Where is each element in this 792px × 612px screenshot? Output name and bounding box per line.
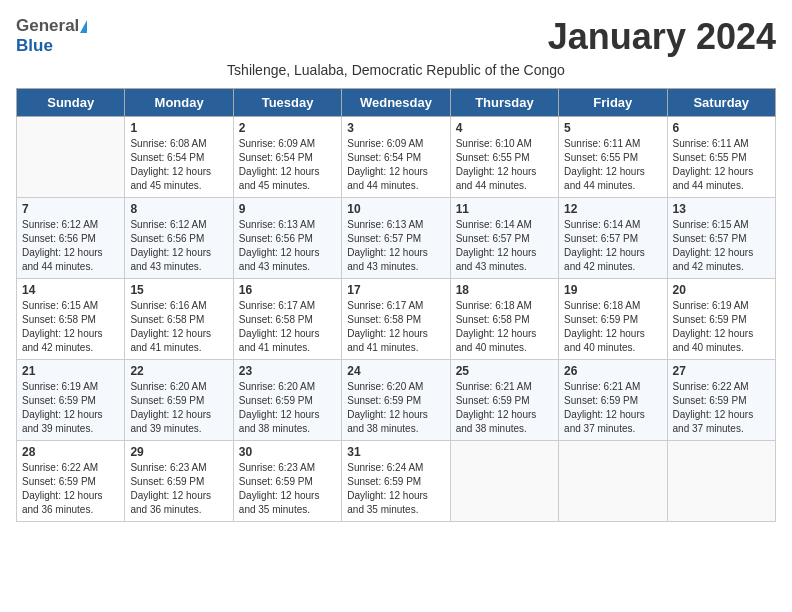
calendar-cell: 21Sunrise: 6:19 AMSunset: 6:59 PMDayligh…	[17, 360, 125, 441]
cell-info: Sunrise: 6:18 AMSunset: 6:59 PMDaylight:…	[564, 299, 661, 355]
calendar-cell: 16Sunrise: 6:17 AMSunset: 6:58 PMDayligh…	[233, 279, 341, 360]
cell-info: Sunrise: 6:18 AMSunset: 6:58 PMDaylight:…	[456, 299, 553, 355]
day-number: 22	[130, 364, 227, 378]
calendar-cell: 1Sunrise: 6:08 AMSunset: 6:54 PMDaylight…	[125, 117, 233, 198]
cell-info: Sunrise: 6:21 AMSunset: 6:59 PMDaylight:…	[564, 380, 661, 436]
cell-info: Sunrise: 6:22 AMSunset: 6:59 PMDaylight:…	[673, 380, 770, 436]
day-number: 7	[22, 202, 119, 216]
calendar-cell	[17, 117, 125, 198]
day-number: 13	[673, 202, 770, 216]
day-number: 19	[564, 283, 661, 297]
page-header: General Blue January 2024	[16, 16, 776, 58]
day-header-thursday: Thursday	[450, 89, 558, 117]
calendar-cell: 2Sunrise: 6:09 AMSunset: 6:54 PMDaylight…	[233, 117, 341, 198]
day-number: 23	[239, 364, 336, 378]
day-number: 18	[456, 283, 553, 297]
day-header-saturday: Saturday	[667, 89, 775, 117]
day-header-monday: Monday	[125, 89, 233, 117]
calendar-cell: 6Sunrise: 6:11 AMSunset: 6:55 PMDaylight…	[667, 117, 775, 198]
cell-info: Sunrise: 6:10 AMSunset: 6:55 PMDaylight:…	[456, 137, 553, 193]
calendar-cell: 19Sunrise: 6:18 AMSunset: 6:59 PMDayligh…	[559, 279, 667, 360]
cell-info: Sunrise: 6:11 AMSunset: 6:55 PMDaylight:…	[564, 137, 661, 193]
day-number: 10	[347, 202, 444, 216]
cell-info: Sunrise: 6:17 AMSunset: 6:58 PMDaylight:…	[347, 299, 444, 355]
cell-info: Sunrise: 6:24 AMSunset: 6:59 PMDaylight:…	[347, 461, 444, 517]
calendar-cell: 22Sunrise: 6:20 AMSunset: 6:59 PMDayligh…	[125, 360, 233, 441]
cell-info: Sunrise: 6:19 AMSunset: 6:59 PMDaylight:…	[22, 380, 119, 436]
day-number: 29	[130, 445, 227, 459]
month-title: January 2024	[548, 16, 776, 58]
cell-info: Sunrise: 6:17 AMSunset: 6:58 PMDaylight:…	[239, 299, 336, 355]
calendar-cell: 25Sunrise: 6:21 AMSunset: 6:59 PMDayligh…	[450, 360, 558, 441]
day-number: 12	[564, 202, 661, 216]
logo: General Blue	[16, 16, 87, 56]
calendar-cell: 3Sunrise: 6:09 AMSunset: 6:54 PMDaylight…	[342, 117, 450, 198]
days-header-row: SundayMondayTuesdayWednesdayThursdayFrid…	[17, 89, 776, 117]
day-number: 5	[564, 121, 661, 135]
cell-info: Sunrise: 6:12 AMSunset: 6:56 PMDaylight:…	[130, 218, 227, 274]
cell-info: Sunrise: 6:13 AMSunset: 6:57 PMDaylight:…	[347, 218, 444, 274]
day-number: 11	[456, 202, 553, 216]
day-header-wednesday: Wednesday	[342, 89, 450, 117]
calendar-cell: 28Sunrise: 6:22 AMSunset: 6:59 PMDayligh…	[17, 441, 125, 522]
calendar-cell: 11Sunrise: 6:14 AMSunset: 6:57 PMDayligh…	[450, 198, 558, 279]
calendar-cell: 7Sunrise: 6:12 AMSunset: 6:56 PMDaylight…	[17, 198, 125, 279]
day-header-friday: Friday	[559, 89, 667, 117]
cell-info: Sunrise: 6:19 AMSunset: 6:59 PMDaylight:…	[673, 299, 770, 355]
cell-info: Sunrise: 6:20 AMSunset: 6:59 PMDaylight:…	[130, 380, 227, 436]
day-number: 17	[347, 283, 444, 297]
cell-info: Sunrise: 6:22 AMSunset: 6:59 PMDaylight:…	[22, 461, 119, 517]
cell-info: Sunrise: 6:14 AMSunset: 6:57 PMDaylight:…	[564, 218, 661, 274]
day-number: 4	[456, 121, 553, 135]
cell-info: Sunrise: 6:13 AMSunset: 6:56 PMDaylight:…	[239, 218, 336, 274]
calendar-week-1: 1Sunrise: 6:08 AMSunset: 6:54 PMDaylight…	[17, 117, 776, 198]
calendar-cell: 18Sunrise: 6:18 AMSunset: 6:58 PMDayligh…	[450, 279, 558, 360]
calendar-cell	[450, 441, 558, 522]
calendar-cell: 15Sunrise: 6:16 AMSunset: 6:58 PMDayligh…	[125, 279, 233, 360]
calendar-cell: 9Sunrise: 6:13 AMSunset: 6:56 PMDaylight…	[233, 198, 341, 279]
calendar-cell	[667, 441, 775, 522]
calendar-cell: 24Sunrise: 6:20 AMSunset: 6:59 PMDayligh…	[342, 360, 450, 441]
calendar-cell: 10Sunrise: 6:13 AMSunset: 6:57 PMDayligh…	[342, 198, 450, 279]
day-number: 14	[22, 283, 119, 297]
logo-blue: Blue	[16, 36, 53, 56]
cell-info: Sunrise: 6:09 AMSunset: 6:54 PMDaylight:…	[239, 137, 336, 193]
day-number: 21	[22, 364, 119, 378]
calendar-cell: 8Sunrise: 6:12 AMSunset: 6:56 PMDaylight…	[125, 198, 233, 279]
calendar-cell	[559, 441, 667, 522]
calendar-week-3: 14Sunrise: 6:15 AMSunset: 6:58 PMDayligh…	[17, 279, 776, 360]
calendar-cell: 30Sunrise: 6:23 AMSunset: 6:59 PMDayligh…	[233, 441, 341, 522]
calendar-week-2: 7Sunrise: 6:12 AMSunset: 6:56 PMDaylight…	[17, 198, 776, 279]
day-number: 9	[239, 202, 336, 216]
calendar-week-5: 28Sunrise: 6:22 AMSunset: 6:59 PMDayligh…	[17, 441, 776, 522]
cell-info: Sunrise: 6:12 AMSunset: 6:56 PMDaylight:…	[22, 218, 119, 274]
calendar-cell: 12Sunrise: 6:14 AMSunset: 6:57 PMDayligh…	[559, 198, 667, 279]
day-number: 3	[347, 121, 444, 135]
calendar-cell: 5Sunrise: 6:11 AMSunset: 6:55 PMDaylight…	[559, 117, 667, 198]
day-number: 20	[673, 283, 770, 297]
calendar-cell: 13Sunrise: 6:15 AMSunset: 6:57 PMDayligh…	[667, 198, 775, 279]
cell-info: Sunrise: 6:20 AMSunset: 6:59 PMDaylight:…	[347, 380, 444, 436]
day-number: 30	[239, 445, 336, 459]
day-number: 25	[456, 364, 553, 378]
calendar-cell: 17Sunrise: 6:17 AMSunset: 6:58 PMDayligh…	[342, 279, 450, 360]
day-header-tuesday: Tuesday	[233, 89, 341, 117]
day-number: 28	[22, 445, 119, 459]
cell-info: Sunrise: 6:20 AMSunset: 6:59 PMDaylight:…	[239, 380, 336, 436]
cell-info: Sunrise: 6:21 AMSunset: 6:59 PMDaylight:…	[456, 380, 553, 436]
calendar-cell: 20Sunrise: 6:19 AMSunset: 6:59 PMDayligh…	[667, 279, 775, 360]
day-number: 27	[673, 364, 770, 378]
calendar-cell: 4Sunrise: 6:10 AMSunset: 6:55 PMDaylight…	[450, 117, 558, 198]
day-number: 24	[347, 364, 444, 378]
day-number: 15	[130, 283, 227, 297]
day-number: 16	[239, 283, 336, 297]
location-subtitle: Tshilenge, Lualaba, Democratic Republic …	[16, 62, 776, 78]
calendar-table: SundayMondayTuesdayWednesdayThursdayFrid…	[16, 88, 776, 522]
logo-triangle-icon	[80, 20, 87, 33]
cell-info: Sunrise: 6:23 AMSunset: 6:59 PMDaylight:…	[130, 461, 227, 517]
calendar-cell: 23Sunrise: 6:20 AMSunset: 6:59 PMDayligh…	[233, 360, 341, 441]
cell-info: Sunrise: 6:14 AMSunset: 6:57 PMDaylight:…	[456, 218, 553, 274]
day-number: 8	[130, 202, 227, 216]
calendar-cell: 29Sunrise: 6:23 AMSunset: 6:59 PMDayligh…	[125, 441, 233, 522]
cell-info: Sunrise: 6:23 AMSunset: 6:59 PMDaylight:…	[239, 461, 336, 517]
